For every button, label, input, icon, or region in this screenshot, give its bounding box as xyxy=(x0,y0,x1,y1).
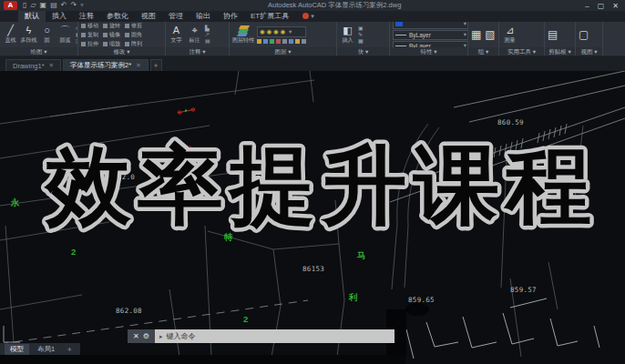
tool-多段线[interactable]: ϟ多段线 xyxy=(21,25,36,45)
layer-tool-icon[interactable] xyxy=(282,39,287,44)
多段线-icon: ϟ xyxy=(26,25,32,36)
tool-圆角[interactable]: 圆角 xyxy=(125,31,142,39)
ribbon-tab-协作[interactable]: 协作 xyxy=(217,11,244,22)
tool-文字[interactable]: A文字 xyxy=(169,25,184,45)
tool-icon[interactable]: ◫ xyxy=(76,38,77,44)
panel-label-实用工具[interactable]: 实用工具 ▾ xyxy=(499,47,544,56)
ribbon-tab-管理[interactable]: 管理 xyxy=(162,11,190,22)
ribbon-tab-插入[interactable]: 插入 xyxy=(46,11,73,22)
视图-icon[interactable]: ▢ xyxy=(579,28,589,41)
command-prompt: 键入命令 xyxy=(167,331,196,341)
tool-镜像[interactable]: 镜像 xyxy=(103,31,120,39)
ribbon-tab-输出[interactable]: 输出 xyxy=(190,11,217,22)
组-icon[interactable]: ▦ xyxy=(471,28,481,41)
tool-复制[interactable]: 复制 xyxy=(81,31,98,39)
command-input[interactable]: ▸ 键入命令 xyxy=(155,329,394,343)
tool-icon[interactable]: ✎ xyxy=(358,32,364,37)
file-tab[interactable]: 字体显示练习案例2*✕ xyxy=(63,59,149,71)
minimize-button[interactable]: – xyxy=(585,2,589,10)
ribbon-tab-参数化[interactable]: 参数化 xyxy=(100,11,135,22)
layer-tool-icon[interactable] xyxy=(295,39,300,44)
green-cad-label: 2 xyxy=(243,314,248,324)
tool-圆[interactable]: ○圆 xyxy=(39,25,55,45)
undo-icon[interactable]: ↶ xyxy=(61,1,67,10)
command-line-grip[interactable]: ✕ ⚙ xyxy=(128,329,155,343)
new-layout-button[interactable]: ＋ xyxy=(63,344,76,354)
tool-icon[interactable]: ▤ xyxy=(205,38,210,44)
layer-tool-icon[interactable] xyxy=(302,39,306,44)
bylayer-select[interactable]: ByLayer▾ xyxy=(393,41,467,48)
tool-icon[interactable]: ▦ xyxy=(76,32,77,37)
panel-label-图层[interactable]: 图层 ▾ xyxy=(230,47,336,56)
panel-label-绘图[interactable]: 绘图 ▾ xyxy=(0,47,77,56)
tool-拉伸[interactable]: 拉伸 xyxy=(81,40,98,48)
autocad-logo-icon[interactable]: A xyxy=(4,1,17,10)
tool-icon[interactable]: ▙ xyxy=(205,25,210,31)
layer-tool-icon[interactable] xyxy=(263,39,268,44)
close-icon[interactable]: ✕ xyxy=(133,332,139,340)
redo-icon[interactable]: ↷ xyxy=(70,1,77,10)
tool-修剪[interactable]: 修剪 xyxy=(125,22,142,30)
cad-drawing: 860.59862.0860.386153862.08859.65859.57 … xyxy=(0,71,625,364)
bylayer-select[interactable]: ByLayer▾ xyxy=(393,30,467,40)
tool-旋转[interactable]: 旋转 xyxy=(103,22,120,30)
tool-icon[interactable]: ▦ xyxy=(358,38,364,44)
layer-tools xyxy=(257,39,306,44)
chevron-down-icon[interactable]: ▾ xyxy=(311,11,314,22)
tool-icon xyxy=(125,24,129,28)
tool-icon[interactable]: ↗ xyxy=(205,32,210,37)
panel-label-注释[interactable]: 注释 ▾ xyxy=(166,47,229,56)
tool-圆弧[interactable]: ⌒圆弧 xyxy=(57,25,73,45)
panel-label-视图[interactable]: 视图 ▾ xyxy=(576,47,602,56)
linetype-icon xyxy=(395,46,406,46)
close-button[interactable]: ✕ xyxy=(612,2,619,10)
record-icon[interactable] xyxy=(302,13,309,19)
tool-icon xyxy=(81,24,86,28)
tool-icon[interactable]: ▭ xyxy=(76,25,77,31)
panel-label-组[interactable]: 组 ▾ xyxy=(468,47,498,56)
layer-tool-icon[interactable] xyxy=(289,39,293,44)
tool-icon xyxy=(81,42,86,46)
ribbon-tab-注释[interactable]: 注释 xyxy=(73,11,100,22)
tool-测量[interactable]: ⊿测量 xyxy=(502,25,517,45)
ribbon-tab-ET扩展工具[interactable]: ET扩展工具 xyxy=(244,11,295,22)
model-layout-bar: 模型布局1＋ xyxy=(0,343,80,355)
layer-tool-icon[interactable] xyxy=(270,39,274,44)
panel-label-剪贴板[interactable]: 剪贴板 ▾ xyxy=(545,47,575,56)
ribbon-panel-视图: ▢视图 ▾ xyxy=(576,22,603,56)
tool-icon xyxy=(103,24,108,28)
layer-tool-icon[interactable] xyxy=(257,39,261,44)
panel-label-特性[interactable]: 特性 ▾ xyxy=(390,47,467,56)
close-tab-icon[interactable]: ✕ xyxy=(49,62,54,69)
close-tab-icon[interactable]: ✕ xyxy=(136,62,140,69)
layer-select[interactable]: ◉ ◉ ◉ ◉▾ xyxy=(257,26,306,37)
open-icon[interactable]: ▱ xyxy=(30,1,36,10)
剪贴板-icon[interactable]: ▤ xyxy=(548,28,558,41)
panel-label-块[interactable]: 块 ▾ xyxy=(337,47,389,56)
save-icon[interactable]: ▣ xyxy=(40,1,47,10)
drawing-canvas[interactable]: 860.59862.0860.386153862.08859.65859.57 … xyxy=(0,71,625,364)
plot-icon[interactable]: ▤ xyxy=(50,1,57,10)
ribbon-tab-视图[interactable]: 视图 xyxy=(135,11,162,22)
file-tab[interactable]: Drawing1*✕ xyxy=(5,59,61,71)
layer-tool-icon[interactable] xyxy=(276,39,281,44)
组-icon[interactable]: ▧ xyxy=(485,28,495,41)
layout-tab-模型[interactable]: 模型 xyxy=(5,344,29,355)
tool-icon[interactable]: ▣ xyxy=(358,25,364,31)
tool-直线[interactable]: ╱直线 xyxy=(3,25,18,45)
tool-移动[interactable]: 移动 xyxy=(81,22,98,30)
color-select[interactable]: ▾ xyxy=(393,22,467,29)
maximize-button[interactable]: ▢ xyxy=(598,2,605,10)
layer-properties-button[interactable]: 图层特性 xyxy=(232,25,254,45)
tool-标注[interactable]: ⌖标注 xyxy=(187,25,202,45)
new-tab-button[interactable]: ＋ xyxy=(150,59,162,71)
panel-label-修改[interactable]: 修改 ▾ xyxy=(78,47,165,56)
tool-icon xyxy=(103,42,108,46)
layout-tab-布局1[interactable]: 布局1 xyxy=(32,344,60,355)
wrench-icon[interactable]: ⚙ xyxy=(143,332,149,340)
tool-阵列[interactable]: 阵列 xyxy=(125,40,142,48)
tool-缩放[interactable]: 缩放 xyxy=(103,40,120,48)
new-icon[interactable]: ▯ xyxy=(23,1,26,10)
ribbon-tab-默认[interactable]: 默认 xyxy=(18,11,46,22)
tool-插入[interactable]: ◧插入 xyxy=(340,25,355,45)
